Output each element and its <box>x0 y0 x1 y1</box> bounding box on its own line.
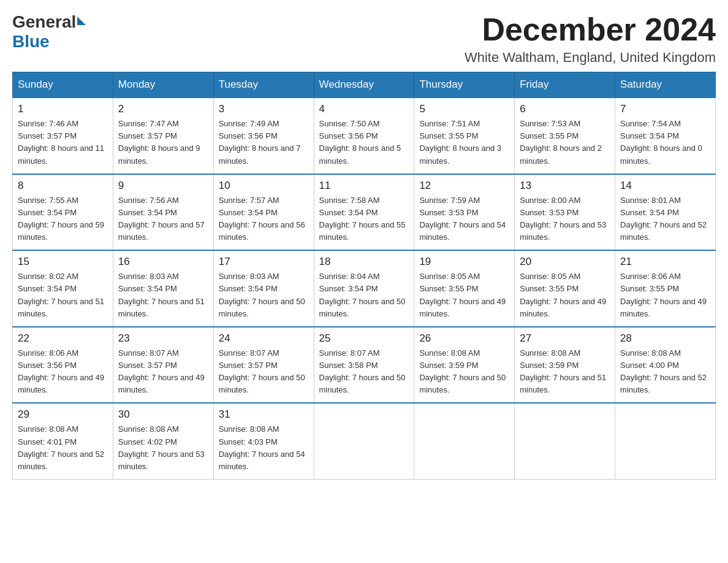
day-info: Sunrise: 8:06 AMSunset: 3:55 PMDaylight:… <box>620 270 710 320</box>
day-info: Sunrise: 8:00 AMSunset: 3:53 PMDaylight:… <box>520 194 610 244</box>
weekday-header-row: SundayMondayTuesdayWednesdayThursdayFrid… <box>13 72 716 98</box>
day-number: 26 <box>419 332 509 345</box>
calendar-day-cell: 11 Sunrise: 7:58 AMSunset: 3:54 PMDaylig… <box>314 174 414 251</box>
day-info: Sunrise: 8:05 AMSunset: 3:55 PMDaylight:… <box>419 270 509 320</box>
day-info: Sunrise: 7:55 AMSunset: 3:54 PMDaylight:… <box>18 194 108 244</box>
calendar-day-cell: 23 Sunrise: 8:07 AMSunset: 3:57 PMDaylig… <box>113 327 213 404</box>
day-number: 24 <box>219 332 309 345</box>
day-number: 30 <box>118 408 208 421</box>
day-number: 5 <box>419 103 509 115</box>
day-number: 7 <box>620 103 710 115</box>
calendar-day-cell: 29 Sunrise: 8:08 AMSunset: 4:01 PMDaylig… <box>13 403 113 479</box>
calendar-day-cell: 28 Sunrise: 8:08 AMSunset: 4:00 PMDaylig… <box>615 327 716 404</box>
day-number: 19 <box>419 256 509 268</box>
calendar-empty-cell <box>515 403 615 479</box>
calendar-week-row: 8 Sunrise: 7:55 AMSunset: 3:54 PMDayligh… <box>13 174 716 251</box>
logo-arrow-icon <box>77 17 86 25</box>
location-title: White Waltham, England, United Kingdom <box>464 50 716 66</box>
day-info: Sunrise: 8:08 AMSunset: 4:02 PMDaylight:… <box>118 423 208 473</box>
calendar-day-cell: 24 Sunrise: 8:07 AMSunset: 3:57 PMDaylig… <box>213 327 314 404</box>
day-number: 17 <box>219 256 309 268</box>
day-number: 18 <box>319 256 409 268</box>
calendar-week-row: 1 Sunrise: 7:46 AMSunset: 3:57 PMDayligh… <box>13 98 716 174</box>
day-number: 21 <box>620 256 710 268</box>
calendar-day-cell: 12 Sunrise: 7:59 AMSunset: 3:53 PMDaylig… <box>414 174 515 251</box>
logo-general-text: General <box>12 12 76 32</box>
day-number: 15 <box>18 256 108 268</box>
day-info: Sunrise: 8:06 AMSunset: 3:56 PMDaylight:… <box>18 347 108 397</box>
calendar-week-row: 15 Sunrise: 8:02 AMSunset: 3:54 PMDaylig… <box>13 250 716 327</box>
weekday-header-sunday: Sunday <box>13 72 113 98</box>
day-info: Sunrise: 7:49 AMSunset: 3:56 PMDaylight:… <box>219 118 309 167</box>
day-number: 10 <box>219 180 309 192</box>
calendar-day-cell: 13 Sunrise: 8:00 AMSunset: 3:53 PMDaylig… <box>515 174 615 251</box>
calendar-day-cell: 9 Sunrise: 7:56 AMSunset: 3:54 PMDayligh… <box>113 174 213 251</box>
day-number: 3 <box>219 103 309 115</box>
day-number: 16 <box>118 256 208 268</box>
calendar-day-cell: 18 Sunrise: 8:04 AMSunset: 3:54 PMDaylig… <box>314 250 414 327</box>
calendar-day-cell: 27 Sunrise: 8:08 AMSunset: 3:59 PMDaylig… <box>515 327 615 404</box>
page-header: General Blue December 2024 White Waltham… <box>12 12 716 66</box>
day-info: Sunrise: 8:02 AMSunset: 3:54 PMDaylight:… <box>18 270 108 320</box>
day-number: 2 <box>118 103 208 115</box>
calendar-day-cell: 21 Sunrise: 8:06 AMSunset: 3:55 PMDaylig… <box>615 250 716 327</box>
calendar-day-cell: 22 Sunrise: 8:06 AMSunset: 3:56 PMDaylig… <box>13 327 113 404</box>
logo: General Blue <box>12 12 87 52</box>
month-title: December 2024 <box>464 12 716 47</box>
day-number: 6 <box>520 103 610 115</box>
day-number: 12 <box>419 180 509 192</box>
day-info: Sunrise: 7:54 AMSunset: 3:54 PMDaylight:… <box>620 118 710 167</box>
day-info: Sunrise: 8:08 AMSunset: 3:59 PMDaylight:… <box>520 347 610 397</box>
day-info: Sunrise: 8:03 AMSunset: 3:54 PMDaylight:… <box>219 270 309 320</box>
calendar-week-row: 22 Sunrise: 8:06 AMSunset: 3:56 PMDaylig… <box>13 327 716 404</box>
day-info: Sunrise: 7:56 AMSunset: 3:54 PMDaylight:… <box>118 194 208 244</box>
day-info: Sunrise: 8:04 AMSunset: 3:54 PMDaylight:… <box>319 270 409 320</box>
day-info: Sunrise: 8:07 AMSunset: 3:57 PMDaylight:… <box>118 347 208 397</box>
calendar-day-cell: 17 Sunrise: 8:03 AMSunset: 3:54 PMDaylig… <box>213 250 314 327</box>
day-number: 22 <box>18 332 108 345</box>
day-number: 14 <box>620 180 710 192</box>
day-info: Sunrise: 8:03 AMSunset: 3:54 PMDaylight:… <box>118 270 208 320</box>
weekday-header-saturday: Saturday <box>615 72 716 98</box>
day-info: Sunrise: 7:50 AMSunset: 3:56 PMDaylight:… <box>319 118 409 167</box>
title-block: December 2024 White Waltham, England, Un… <box>464 12 716 66</box>
calendar-day-cell: 19 Sunrise: 8:05 AMSunset: 3:55 PMDaylig… <box>414 250 515 327</box>
calendar-day-cell: 15 Sunrise: 8:02 AMSunset: 3:54 PMDaylig… <box>13 250 113 327</box>
calendar-day-cell: 30 Sunrise: 8:08 AMSunset: 4:02 PMDaylig… <box>113 403 213 479</box>
calendar-day-cell: 4 Sunrise: 7:50 AMSunset: 3:56 PMDayligh… <box>314 98 414 174</box>
day-number: 23 <box>118 332 208 345</box>
calendar-day-cell: 6 Sunrise: 7:53 AMSunset: 3:55 PMDayligh… <box>515 98 615 174</box>
calendar-empty-cell <box>615 403 716 479</box>
weekday-header-thursday: Thursday <box>414 72 515 98</box>
day-number: 31 <box>219 408 309 421</box>
day-info: Sunrise: 8:08 AMSunset: 3:59 PMDaylight:… <box>419 347 509 397</box>
calendar-day-cell: 5 Sunrise: 7:51 AMSunset: 3:55 PMDayligh… <box>414 98 515 174</box>
day-number: 25 <box>319 332 409 345</box>
logo-blue-text: Blue <box>12 32 50 52</box>
day-info: Sunrise: 8:07 AMSunset: 3:57 PMDaylight:… <box>219 347 309 397</box>
day-info: Sunrise: 8:08 AMSunset: 4:00 PMDaylight:… <box>620 347 710 397</box>
day-info: Sunrise: 8:07 AMSunset: 3:58 PMDaylight:… <box>319 347 409 397</box>
day-number: 13 <box>520 180 610 192</box>
day-info: Sunrise: 7:57 AMSunset: 3:54 PMDaylight:… <box>219 194 309 244</box>
day-number: 27 <box>520 332 610 345</box>
calendar-empty-cell <box>314 403 414 479</box>
calendar-day-cell: 3 Sunrise: 7:49 AMSunset: 3:56 PMDayligh… <box>213 98 314 174</box>
calendar-day-cell: 26 Sunrise: 8:08 AMSunset: 3:59 PMDaylig… <box>414 327 515 404</box>
calendar-day-cell: 10 Sunrise: 7:57 AMSunset: 3:54 PMDaylig… <box>213 174 314 251</box>
day-number: 29 <box>18 408 108 421</box>
day-info: Sunrise: 8:01 AMSunset: 3:54 PMDaylight:… <box>620 194 710 244</box>
day-number: 4 <box>319 103 409 115</box>
calendar-day-cell: 31 Sunrise: 8:08 AMSunset: 4:03 PMDaylig… <box>213 403 314 479</box>
weekday-header-monday: Monday <box>113 72 213 98</box>
day-info: Sunrise: 7:58 AMSunset: 3:54 PMDaylight:… <box>319 194 409 244</box>
calendar-table: SundayMondayTuesdayWednesdayThursdayFrid… <box>12 72 716 480</box>
calendar-empty-cell <box>414 403 515 479</box>
day-info: Sunrise: 8:08 AMSunset: 4:01 PMDaylight:… <box>18 423 108 473</box>
calendar-day-cell: 16 Sunrise: 8:03 AMSunset: 3:54 PMDaylig… <box>113 250 213 327</box>
calendar-day-cell: 25 Sunrise: 8:07 AMSunset: 3:58 PMDaylig… <box>314 327 414 404</box>
weekday-header-wednesday: Wednesday <box>314 72 414 98</box>
weekday-header-friday: Friday <box>515 72 615 98</box>
day-number: 9 <box>118 180 208 192</box>
weekday-header-tuesday: Tuesday <box>213 72 314 98</box>
